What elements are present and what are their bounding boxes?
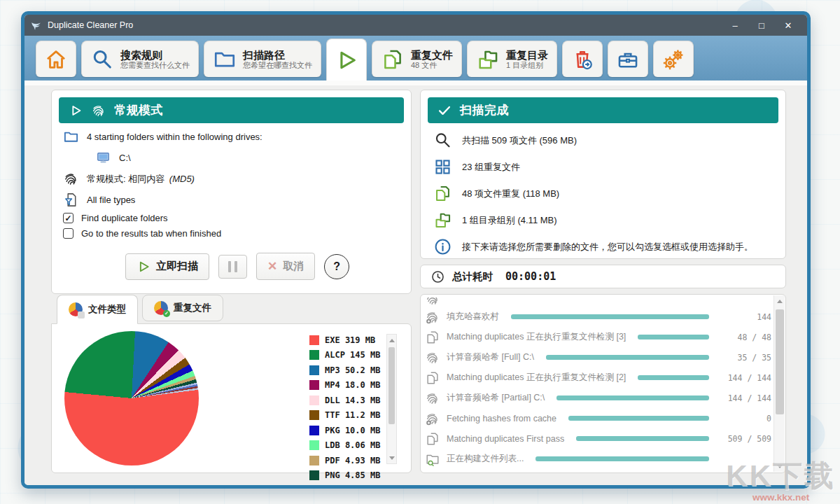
folder-search-icon xyxy=(425,451,440,467)
tab-title: 重复文件 xyxy=(411,49,453,61)
legend-item: TTF 11.2 MB xyxy=(309,408,380,424)
checkbox-unchecked-icon[interactable] xyxy=(63,228,74,239)
scrollbar-thumb[interactable] xyxy=(388,347,395,424)
duplicate-files-gray-icon xyxy=(425,370,440,386)
legend-swatch xyxy=(309,365,319,375)
tab-duplicate-folders[interactable]: 重复目录1 目录组别 xyxy=(467,41,557,77)
legend-label: EXE 319 MB xyxy=(325,335,375,345)
legend-item: EXE 319 MB xyxy=(309,332,380,348)
log-scrollbar[interactable] xyxy=(774,295,785,472)
legend-label: TTF 11.2 MB xyxy=(325,410,380,420)
legend-label: MP4 18.0 MB xyxy=(325,380,380,390)
x-icon: ✕ xyxy=(267,259,277,274)
folder-icon xyxy=(63,129,79,145)
fingerprint-icon xyxy=(425,298,440,307)
file-filter-icon xyxy=(63,192,79,208)
log-label: 填充哈喜欢村 xyxy=(447,311,499,323)
scan-complete-title: 扫描完成 xyxy=(460,102,509,118)
progress-count: 0 xyxy=(721,414,771,424)
duplicate-folders-icon xyxy=(433,211,452,230)
log-row: Matching duplicates 正在执行重复文件检测 [3]48 / 4… xyxy=(425,327,771,347)
duplicate-folders-icon xyxy=(476,48,500,71)
log-row: 计算音频哈希 [Full] C:\35 / 35 xyxy=(425,347,771,368)
legend-swatch xyxy=(309,470,319,480)
setting-label: Go to the results tab when finished xyxy=(81,228,221,239)
progress-count: 509 / 509 xyxy=(721,434,771,444)
fingerprint-plus-icon xyxy=(425,411,440,426)
legend-label: PDF 4.93 MB xyxy=(325,456,380,465)
scan-now-button[interactable]: 立即扫描 xyxy=(125,253,209,280)
fingerprint-icon xyxy=(63,171,79,187)
watermark-url: www.kkx.net xyxy=(726,492,836,503)
tab-search-rules[interactable]: 搜索规则您需要查找什么文件 xyxy=(81,41,199,77)
log-label: Fetching hashes from cache xyxy=(447,414,556,424)
magnifier-icon xyxy=(433,131,452,150)
clock-icon xyxy=(430,270,445,284)
tab-scan-paths[interactable]: 扫描路径您希望在哪查找文件 xyxy=(204,41,321,77)
fingerprint-icon xyxy=(425,391,440,406)
tab-title: 重复目录 xyxy=(506,49,548,61)
summary-label: 共扫描 509 项文件 (596 MB) xyxy=(462,134,577,147)
help-button[interactable]: ? xyxy=(324,254,349,279)
play-icon xyxy=(136,260,150,274)
legend-label: DLL 14.3 MB xyxy=(325,396,380,405)
computer-icon xyxy=(95,150,111,166)
tab-file-types[interactable]: 文件类型 xyxy=(57,295,138,324)
minimize-button[interactable]: – xyxy=(722,15,748,36)
setting-row: ✓Find duplicate folders xyxy=(63,213,400,223)
scroll-down-icon[interactable] xyxy=(774,461,785,472)
app-icon xyxy=(30,20,42,31)
legend-item: PKG 10.0 MB xyxy=(309,423,380,438)
title-bar: Duplicate Cleaner Pro – □ ✕ xyxy=(24,15,807,36)
search-icon xyxy=(90,48,114,71)
legend-swatch xyxy=(309,350,319,360)
tab-settings[interactable] xyxy=(653,41,694,77)
main-content: 常规模式 4 starting folders within the follo… xyxy=(24,80,807,485)
legend-item: ALCP 145 MB xyxy=(309,348,380,363)
log-label: 计算音频哈希 [Partial] C:\ xyxy=(447,392,545,404)
legend-scrollbar[interactable] xyxy=(386,334,397,464)
cancel-button[interactable]: ✕ 取消 xyxy=(256,253,315,280)
duplicate-files-gray-icon xyxy=(425,330,440,345)
checkbox-checked-icon[interactable]: ✓ xyxy=(63,213,74,223)
setting-label: All file types xyxy=(87,195,135,205)
log-row: 填充哈喜欢村144 xyxy=(425,307,771,327)
scan-settings-card: 常规模式 4 starting folders within the follo… xyxy=(51,90,412,294)
legend-swatch xyxy=(309,335,319,345)
scrollbar-thumb[interactable] xyxy=(776,309,784,414)
legend-label: ALCP 145 MB xyxy=(325,350,380,360)
tab-scan[interactable] xyxy=(326,38,367,80)
progress-bar xyxy=(576,436,709,441)
summary-label: 1 组目录组别 (4.11 MB) xyxy=(462,214,557,227)
summary-row: 共扫描 509 项文件 (596 MB) xyxy=(433,131,773,150)
tab-removal[interactable] xyxy=(562,41,603,77)
progress-bar xyxy=(556,396,709,400)
scroll-down-icon[interactable] xyxy=(387,452,396,463)
pause-button[interactable] xyxy=(218,255,247,279)
chart-panel: 文件类型✓重复文件 EXE 319 MBALCP 145 MBMP3 50.2 … xyxy=(51,293,412,473)
home-icon xyxy=(44,48,68,71)
toolbar: 搜索规则您需要查找什么文件扫描路径您希望在哪查找文件重复文件48 文件重复目录1… xyxy=(24,36,807,80)
tab-duplicate-files-chart[interactable]: ✓重复文件 xyxy=(142,295,223,321)
setting-row: All file types xyxy=(63,192,400,208)
elapsed-label: 总计耗时 xyxy=(452,270,493,284)
scroll-up-icon[interactable] xyxy=(774,295,785,307)
progress-log-card: 填充哈喜欢村144Matching duplicates 正在执行重复文件检测 … xyxy=(420,294,786,473)
window-title: Duplicate Cleaner Pro xyxy=(48,20,133,30)
scroll-up-icon[interactable] xyxy=(387,335,396,346)
pie-legend: EXE 319 MBALCP 145 MBMP3 50.2 MBMP4 18.0… xyxy=(309,332,380,483)
elapsed-value: 00:00:01 xyxy=(505,270,556,283)
summary-label: 48 项文件重复 (118 MB) xyxy=(462,188,559,200)
duplicate-files-icon xyxy=(433,184,452,203)
log-row: 计算音频哈希 [Partial] C:\144 / 144 xyxy=(425,388,771,408)
tab-duplicate-files[interactable]: 重复文件48 文件 xyxy=(372,41,462,77)
legend-label: LDB 8.06 MB xyxy=(325,440,380,450)
tab-home[interactable] xyxy=(36,41,76,77)
summary-row: 接下来请选择您所需要删除的文件，您可以勾选复选框或使用选择助手。 xyxy=(433,237,773,256)
tab-tools[interactable] xyxy=(608,41,648,77)
setting-row: 常规模式: 相同内容 (MD5) xyxy=(63,171,400,187)
maximize-button[interactable]: □ xyxy=(748,15,775,36)
close-button[interactable]: ✕ xyxy=(775,15,802,36)
toolbox-icon xyxy=(616,48,640,71)
progress-log-list: 填充哈喜欢村144Matching duplicates 正在执行重复文件检测 … xyxy=(425,298,771,470)
